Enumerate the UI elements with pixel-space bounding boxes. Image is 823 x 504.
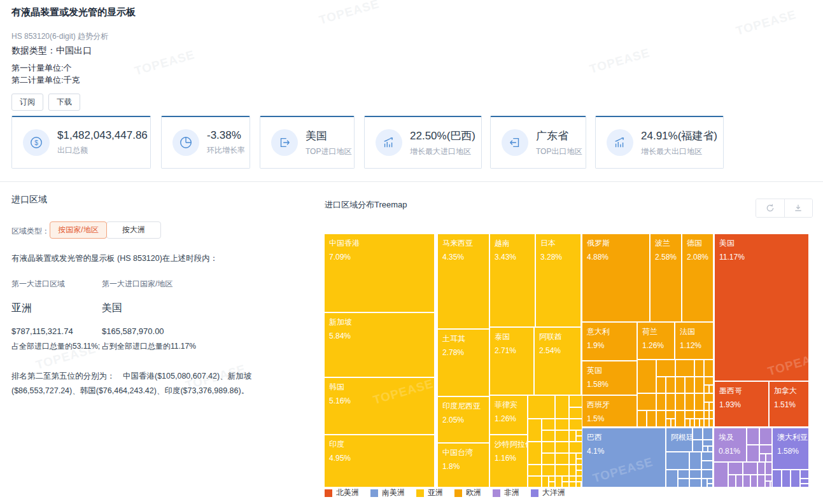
treemap-cell-small[interactable]	[791, 470, 799, 487]
treemap-cell-small[interactable]	[570, 482, 575, 487]
treemap-cell-small[interactable]	[736, 475, 742, 487]
treemap-cell-small[interactable]	[766, 475, 771, 480]
treemap-cell-small[interactable]	[666, 470, 677, 487]
treemap-cell-small[interactable]	[743, 463, 757, 474]
treemap-cell-small[interactable]	[714, 463, 728, 487]
legend-item-oceania[interactable]: 大洋洲	[531, 487, 565, 498]
treemap-cell-small[interactable]	[666, 394, 675, 410]
treemap-cell[interactable]: 荷兰1.26%	[638, 323, 674, 359]
treemap-cell[interactable]: 沙特阿拉伯1.16%	[490, 435, 527, 487]
treemap-cell-small[interactable]	[647, 411, 656, 426]
treemap-cell-small[interactable]	[542, 442, 554, 452]
treemap-cell[interactable]: 新加坡5.84%	[325, 313, 434, 377]
treemap-cell-small[interactable]	[708, 484, 712, 487]
treemap-cell-small[interactable]	[710, 411, 713, 418]
treemap-cell-small[interactable]	[570, 454, 575, 464]
treemap-cell-small[interactable]	[666, 452, 689, 469]
treemap-cell-small[interactable]	[695, 419, 699, 426]
treemap-cell-small[interactable]	[638, 394, 656, 410]
treemap-cell-small[interactable]	[695, 360, 703, 376]
treemap-cell[interactable]: 澳大利亚1.58%	[773, 428, 808, 469]
treemap-cell-small[interactable]	[700, 419, 703, 426]
legend-item-south-america[interactable]: 南美洲	[370, 487, 405, 498]
treemap-cell-small[interactable]	[703, 428, 712, 439]
treemap-cell-small[interactable]	[760, 445, 771, 453]
treemap-cell-small[interactable]	[695, 377, 703, 393]
treemap-cell[interactable]: 中国香港7.09%	[325, 234, 434, 312]
treemap-cell-small[interactable]	[708, 479, 712, 483]
treemap-cell-small[interactable]	[556, 465, 568, 475]
legend-item-europe[interactable]: 欧洲	[454, 487, 481, 498]
treemap-cell[interactable]: 日本3.28%	[536, 234, 580, 326]
treemap-cell-small[interactable]	[657, 394, 665, 410]
treemap-cell-small[interactable]	[676, 411, 684, 426]
treemap-cell-small[interactable]	[666, 411, 675, 418]
treemap-cell-small[interactable]	[747, 428, 759, 444]
treemap-cell-small[interactable]	[577, 477, 582, 481]
treemap-cell-small[interactable]	[751, 475, 757, 487]
treemap-cell[interactable]: 意大利1.9%	[582, 323, 637, 360]
treemap-cell-small[interactable]	[695, 411, 703, 418]
legend-item-africa[interactable]: 非洲	[493, 487, 519, 498]
treemap-cell-small[interactable]	[686, 394, 694, 410]
download-chart-button[interactable]	[784, 199, 813, 217]
toggle-by-country[interactable]: 按国家/地区	[50, 221, 107, 239]
treemap-cell-small[interactable]	[563, 482, 568, 487]
treemap-cell-small[interactable]	[570, 419, 582, 430]
treemap-cell[interactable]: 中国台湾1.8%	[438, 444, 489, 487]
treemap-cell-small[interactable]	[729, 475, 735, 487]
treemap-cell-small[interactable]	[702, 470, 712, 478]
treemap-cell-small[interactable]	[676, 394, 684, 410]
treemap-cell[interactable]: 印度尼西亚2.05%	[438, 397, 489, 442]
treemap-cell-small[interactable]	[570, 442, 582, 452]
treemap-cell-small[interactable]	[702, 479, 707, 487]
treemap-cell-small[interactable]	[705, 403, 708, 410]
treemap-cell-small[interactable]	[570, 431, 575, 441]
treemap-cell-small[interactable]	[710, 419, 713, 426]
treemap-cell-small[interactable]	[758, 475, 764, 487]
treemap-cell-small[interactable]	[542, 477, 548, 487]
treemap-cell[interactable]: 法国1.12%	[675, 323, 713, 359]
treemap-cell-small[interactable]	[570, 465, 575, 475]
treemap-cell-small[interactable]	[563, 477, 568, 481]
treemap-cell-small[interactable]	[766, 482, 770, 487]
treemap-cell-small[interactable]	[693, 440, 702, 451]
treemap-cell-small[interactable]	[577, 437, 582, 441]
treemap-cell-small[interactable]	[710, 386, 713, 393]
subscribe-button[interactable]: 订阅	[11, 94, 43, 111]
treemap-cell-small[interactable]	[708, 447, 712, 451]
treemap-cell[interactable]: 菲律宾1.26%	[490, 396, 527, 434]
treemap-cell-small[interactable]	[782, 470, 790, 487]
treemap-cell-small[interactable]	[528, 396, 554, 418]
treemap-cell-small[interactable]	[570, 408, 582, 418]
treemap-cell-small[interactable]	[766, 463, 771, 474]
treemap-cell-small[interactable]	[676, 360, 694, 376]
treemap-cell-small[interactable]	[686, 419, 689, 426]
treemap-cell-small[interactable]	[657, 411, 665, 426]
treemap-cell-small[interactable]	[549, 482, 554, 487]
treemap-cell-small[interactable]	[747, 445, 759, 461]
treemap-cell-small[interactable]	[528, 442, 541, 464]
treemap-cell-small[interactable]	[549, 477, 554, 481]
treemap-cell-small[interactable]	[577, 482, 580, 487]
treemap-cell-small[interactable]	[528, 465, 541, 475]
treemap-cell-small[interactable]	[542, 431, 554, 441]
treemap-cell-small[interactable]	[657, 360, 675, 376]
treemap-cell-small[interactable]	[773, 470, 781, 487]
treemap-cell-small[interactable]	[542, 465, 554, 475]
treemap-cell-small[interactable]	[743, 475, 750, 487]
treemap-cell[interactable]: 印度4.95%	[325, 435, 434, 487]
treemap-cell-small[interactable]	[705, 377, 713, 384]
treemap-cell-small[interactable]	[638, 360, 656, 393]
treemap-cell-small[interactable]	[542, 454, 554, 464]
treemap-cell-small[interactable]	[577, 471, 582, 475]
treemap-cell[interactable]: 韩国5.16%	[325, 378, 434, 434]
treemap-cell-small[interactable]	[695, 394, 703, 410]
treemap-cell-small[interactable]	[705, 419, 708, 426]
treemap-cell-small[interactable]	[686, 411, 694, 418]
treemap-cell[interactable]: 土耳其2.78%	[438, 330, 489, 396]
treemap-cell-small[interactable]	[703, 440, 712, 445]
treemap-cell[interactable]: 西班牙1.5%	[582, 396, 637, 426]
treemap-cell-small[interactable]	[666, 377, 675, 393]
treemap-cell-small[interactable]	[760, 428, 771, 444]
